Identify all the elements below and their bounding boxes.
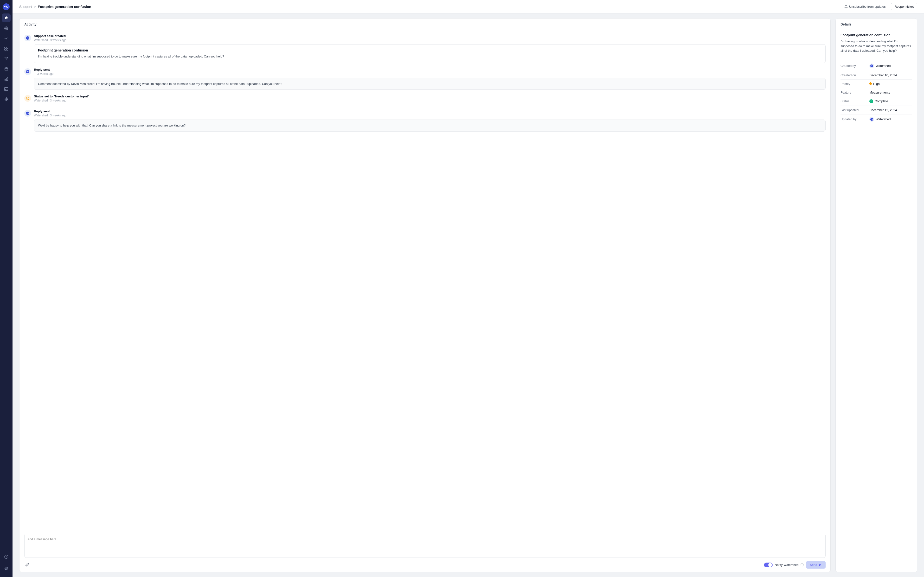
reply-card-2: We'd be happy to help you with that! Can… (34, 119, 826, 132)
sidebar-item-chart[interactable] (2, 74, 11, 83)
activity-item-title-2: Reply sent (34, 68, 826, 71)
watershed-icon-updated-by (870, 118, 874, 121)
header-actions: Unsubscribe from updates Reopen ticket (842, 3, 917, 10)
case-card-title: Footprint generation confusion (38, 48, 821, 52)
activity-item-meta-4: Watershed | 3 weeks ago (34, 114, 826, 117)
activity-panel: Activity Support case created Watershed … (19, 18, 830, 572)
detail-row-created-on: Created on December 10, 2024 (840, 71, 912, 80)
svg-rect-10 (7, 77, 8, 81)
sidebar-item-activity[interactable] (2, 34, 11, 43)
status-complete-icon (869, 99, 873, 103)
attach-button[interactable] (24, 561, 31, 568)
send-button[interactable]: Send (806, 561, 826, 569)
avatar-watershed-3 (24, 110, 31, 117)
compose-footer: Notify Watershed ⓘ Send (24, 561, 826, 569)
compose-right-actions: Notify Watershed ⓘ Send (764, 561, 826, 569)
detail-value-created-by: Watershed (869, 63, 890, 68)
reopen-button[interactable]: Reopen ticket (891, 3, 918, 10)
detail-label-status: Status (840, 99, 869, 103)
activity-content-2: Reply sent - | 3 weeks ago Comment submi… (34, 68, 826, 90)
status-value: Complete (875, 99, 888, 103)
sidebar-item-globe[interactable] (2, 24, 11, 33)
app-logo[interactable] (2, 3, 10, 11)
updated-by-value: Watershed (876, 118, 890, 121)
svg-rect-6 (6, 49, 8, 50)
info-icon[interactable]: ⓘ (801, 563, 804, 567)
watershed-icon-created-by (870, 64, 874, 68)
paperclip-icon (25, 562, 30, 567)
message-input[interactable] (24, 534, 826, 558)
breadcrumb-parent[interactable]: Support (19, 5, 32, 9)
avatar-status (24, 95, 31, 102)
notify-label: Notify Watershed (774, 563, 798, 567)
svg-rect-9 (6, 78, 7, 81)
detail-label-created-by: Created by (840, 64, 869, 68)
watershed-logo-icon-2 (26, 70, 30, 74)
sidebar-item-box[interactable] (2, 64, 11, 73)
sidebar-item-trophy[interactable] (2, 54, 11, 63)
watershed-logo-icon-3 (26, 111, 30, 115)
notify-toggle[interactable] (764, 562, 772, 567)
detail-label-updated-by: Updated by (840, 118, 869, 121)
activity-content-1: Support case created Watershed | 3 weeks… (34, 34, 826, 63)
detail-row-last-updated: Last updated December 12, 2024 (840, 106, 912, 114)
activity-item-meta-3: Watershed | 3 weeks ago (34, 99, 826, 102)
svg-point-12 (6, 98, 7, 100)
activity-scroll[interactable]: Support case created Watershed | 3 weeks… (19, 30, 830, 530)
sidebar-item-settings2[interactable] (2, 95, 11, 103)
detail-label-last-updated: Last updated (840, 108, 869, 112)
activity-item-reply-2: Reply sent Watershed | 3 weeks ago We'd … (24, 110, 826, 132)
breadcrumb-separator: > (34, 5, 36, 9)
detail-value-updated-by: Watershed (869, 117, 890, 122)
activity-item-title-4: Reply sent (34, 110, 826, 113)
unsubscribe-button[interactable]: Unsubscribe from updates (842, 3, 888, 10)
detail-value-priority: High (869, 82, 880, 85)
send-icon (819, 563, 822, 566)
main-content: Support > Footprint generation confusion… (13, 0, 924, 577)
svg-rect-7 (5, 68, 8, 71)
svg-rect-5 (5, 49, 6, 50)
svg-point-15 (6, 568, 7, 569)
detail-label-priority: Priority (840, 82, 869, 85)
detail-row-status: Status Complete (840, 97, 912, 106)
svg-point-1 (6, 6, 7, 8)
sidebar-item-home[interactable] (2, 13, 11, 22)
activity-item-meta-2: - | 3 weeks ago (34, 72, 826, 76)
svg-rect-3 (5, 47, 6, 48)
detail-value-status: Complete (869, 99, 888, 103)
sidebar-item-help[interactable] (2, 553, 11, 561)
toggle-knob (768, 563, 772, 567)
activity-item-meta-1: Watershed | 3 weeks ago (34, 39, 826, 42)
activity-item-reply-1: Reply sent - | 3 weeks ago Comment submi… (24, 68, 826, 90)
svg-rect-4 (6, 47, 8, 48)
sidebar-item-grid[interactable] (2, 44, 11, 53)
page-header: Support > Footprint generation confusion… (13, 0, 924, 13)
clock-icon (26, 97, 29, 100)
avatar-watershed-2 (24, 68, 31, 75)
details-ticket-description: I'm having trouble understanding what I'… (840, 39, 912, 53)
details-title-section: Footprint generation confusion I'm havin… (836, 29, 917, 57)
watershed-logo-icon (26, 36, 30, 40)
detail-label-created-on: Created on (840, 73, 869, 77)
sidebar-bottom (2, 553, 11, 574)
sidebar-item-settings[interactable] (2, 564, 11, 573)
notify-toggle-group: Notify Watershed ⓘ (764, 562, 803, 567)
created-on-value: December 10, 2024 (869, 73, 897, 77)
breadcrumb: Support > Footprint generation confusion (19, 5, 91, 9)
bell-icon (844, 5, 848, 8)
detail-row-updated-by: Updated by Watershed (840, 114, 912, 124)
activity-item-status: Status set to "Needs customer input" Wat… (24, 95, 826, 105)
feature-value: Measurements (869, 91, 890, 94)
activity-content-3: Status set to "Needs customer input" Wat… (34, 95, 826, 105)
created-by-value: Watershed (876, 64, 890, 68)
sidebar (0, 0, 13, 577)
details-ticket-title: Footprint generation confusion (840, 33, 912, 37)
sidebar-item-inbox[interactable] (2, 85, 11, 93)
detail-value-feature: Measurements (869, 91, 890, 94)
avatar-watershed-1 (24, 35, 31, 41)
priority-value: High (873, 82, 880, 85)
unsubscribe-label: Unsubscribe from updates (849, 5, 886, 8)
compose-area: Notify Watershed ⓘ Send (19, 530, 830, 572)
case-card: Footprint generation confusion I'm havin… (34, 44, 826, 63)
details-fields: Created by Watershed Created on (836, 57, 917, 128)
